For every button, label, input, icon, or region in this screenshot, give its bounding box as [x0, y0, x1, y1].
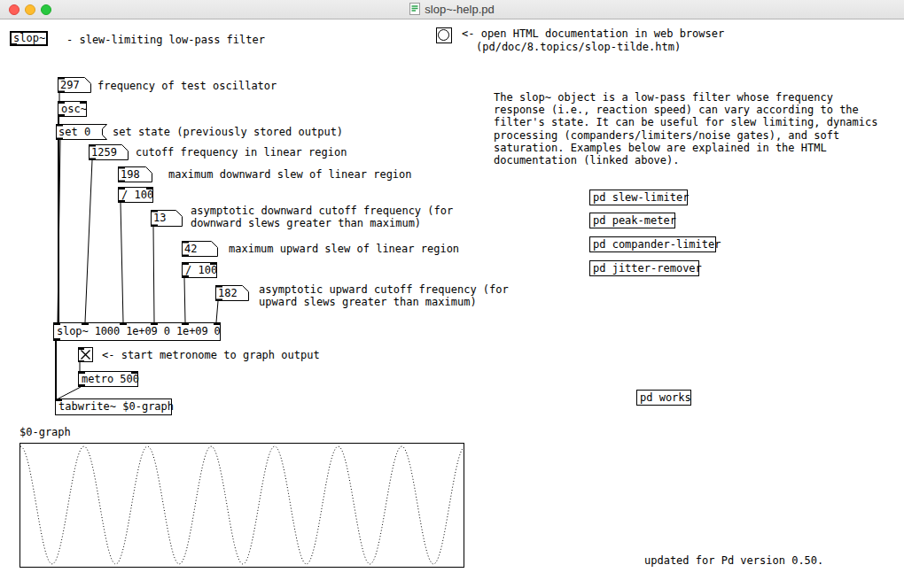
- inlet-nub: [131, 371, 138, 374]
- intro-line: saturation. Examples below are explained…: [494, 142, 827, 154]
- outlet-nub: [118, 200, 125, 203]
- object-label: pd works: [640, 391, 691, 404]
- inlet-nub: [214, 322, 221, 325]
- object-label: pd peak-meter: [593, 214, 676, 227]
- inlet-nub: [118, 187, 125, 190]
- main-object-label: slop~: [13, 32, 45, 44]
- number-box-asymptotic-downward-cutoff[interactable]: 13: [151, 210, 183, 227]
- object-label: metro 500: [82, 373, 139, 385]
- inlet-nub: [53, 322, 60, 325]
- number-box-cutoff-frequency[interactable]: 1259: [89, 144, 129, 160]
- comment-asymptotic-upward-1: asymptotic upward cutoff frequency (for: [259, 283, 509, 296]
- subpatch-peak-meter[interactable]: pd peak-meter: [589, 213, 675, 228]
- comment-max-downward-slew: maximum downward slew of linear region: [168, 168, 412, 181]
- object-label: pd jitter-remover: [593, 262, 702, 275]
- intro-line: documentation (linked above).: [494, 154, 680, 166]
- outlet-nub: [78, 360, 84, 363]
- inlet-nub: [151, 322, 158, 325]
- subpatch-slew-limiter[interactable]: pd slew-limiter: [589, 190, 688, 205]
- comment-doc-link-1: <- open HTML documentation in web browse…: [462, 27, 724, 40]
- inlet-nub: [78, 371, 85, 374]
- comment-max-upward-slew: maximum upward slew of linear region: [229, 243, 459, 255]
- number-box-max-upward-slew[interactable]: 42: [182, 241, 218, 257]
- comment-cutoff-frequency: cutoff frequency in linear region: [136, 146, 347, 159]
- inlet-nub: [78, 347, 84, 350]
- inlet-nub: [58, 101, 65, 104]
- subpatch-jitter-remover[interactable]: pd jitter-remover: [589, 260, 699, 276]
- object-box-divide-100-2: / 100: [182, 262, 217, 278]
- object-label: / 100: [185, 264, 217, 276]
- number-box-max-downward-slew[interactable]: 198: [118, 166, 152, 182]
- inlet-nub: [182, 322, 189, 325]
- toggle-checkbox[interactable]: [78, 347, 93, 362]
- comment-asymptotic-upward-2: upward slews greater than maximum): [259, 296, 477, 308]
- footer-note: updated for Pd version 0.50.: [644, 554, 823, 567]
- inlet-nub: [80, 101, 87, 104]
- intro-line: The slop~ object is a low-pass filter wh…: [494, 91, 833, 104]
- window-title: slop~-help.pd: [425, 3, 494, 16]
- waveform: [20, 444, 464, 567]
- object-label: pd slew-limiter: [593, 191, 689, 204]
- number-box-value: 1259: [91, 146, 117, 159]
- number-box-value: 198: [121, 168, 140, 181]
- outlet-nub: [78, 384, 85, 387]
- outlet-nub: [53, 338, 60, 341]
- message-label: set 0: [58, 126, 90, 138]
- intro-line: processing (companders/limiters/noise ga…: [494, 129, 839, 142]
- intro-line: response (i.e., reaction speed) can vary…: [494, 104, 859, 116]
- number-box-value: 297: [60, 79, 80, 91]
- number-box-value: 42: [184, 243, 197, 255]
- comment-doc-link-2: (pd/doc/8.topics/slop-tilde.htm): [476, 41, 681, 53]
- object-label: osc~: [61, 103, 87, 115]
- window-title-row: slop~-help.pd: [0, 3, 904, 16]
- main-object-box: slop~: [10, 31, 48, 46]
- comment-asymptotic-downward-1: asymptotic downward cutoff frequency (fo…: [191, 205, 453, 217]
- graph-label: $0-graph: [19, 426, 71, 438]
- comment-set-state: set state (previously stored output): [113, 126, 343, 138]
- comment-description: - slew-limiting low-pass filter: [66, 34, 265, 46]
- object-box-metro: metro 500: [78, 371, 138, 387]
- number-box-value: 182: [218, 287, 238, 299]
- number-box-asymptotic-upward-cutoff[interactable]: 182: [215, 285, 249, 301]
- comment-oscillator-frequency: frequency of test oscillator: [97, 80, 277, 92]
- comment-start-metronome: <- start metronome to graph output: [102, 349, 320, 361]
- object-label: pd compander-limiter: [593, 238, 721, 251]
- inlet-nub: [55, 398, 62, 401]
- inlet-nub: [82, 322, 89, 325]
- object-label: / 100: [121, 189, 153, 201]
- object-box-slop: slop~ 1000 1e+09 0 1e+09 0: [53, 322, 221, 341]
- object-label: slop~ 1000 1e+09 0 1e+09 0: [57, 325, 221, 337]
- object-box-tabwrite: tabwrite~ $0-graph: [55, 398, 172, 415]
- bang-circle-icon: [438, 29, 449, 41]
- subpatch-works[interactable]: pd works: [636, 390, 691, 406]
- number-box-oscillator-frequency[interactable]: 297: [58, 77, 91, 93]
- outlet-nub: [10, 43, 17, 46]
- bang-button[interactable]: [436, 27, 452, 43]
- document-icon: [409, 3, 420, 15]
- object-box-osc: osc~: [58, 101, 87, 117]
- window-titlebar: slop~-help.pd: [0, 0, 904, 19]
- number-box-value: 13: [153, 212, 166, 224]
- inlet-nub: [182, 262, 189, 265]
- outlet-nub: [58, 114, 65, 117]
- object-label: tabwrite~ $0-graph: [58, 400, 174, 413]
- object-box-divide-100: / 100: [118, 187, 153, 203]
- inlet-nub: [120, 322, 127, 325]
- comment-asymptotic-downward-2: downward slews greater than maximum): [191, 217, 421, 229]
- subpatch-compander-limiter[interactable]: pd compander-limiter: [589, 236, 716, 252]
- intro-line: filter's state. It can be useful for sle…: [494, 116, 877, 128]
- inlet-nub: [210, 262, 217, 265]
- graph-canvas: [19, 443, 464, 568]
- outlet-nub: [182, 275, 189, 278]
- message-box-set-state[interactable]: set 0: [56, 124, 107, 140]
- inlet-nub: [146, 187, 153, 190]
